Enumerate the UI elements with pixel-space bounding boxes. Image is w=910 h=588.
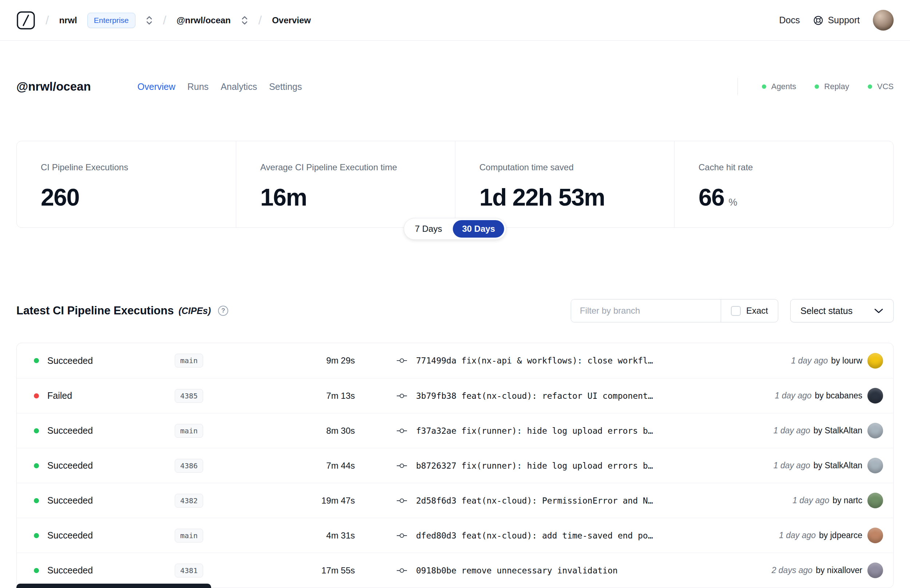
workspace-switcher[interactable]	[145, 15, 153, 26]
slash-separator: /	[259, 13, 262, 27]
status-dot-icon	[34, 568, 39, 573]
timestamp: 1 day ago	[779, 530, 816, 540]
stat-cache-hit-rate: Cache hit rate 66 %	[674, 141, 893, 228]
status-dot-icon	[34, 428, 39, 433]
status-label: Succeeded	[47, 495, 93, 506]
commit-message: 771499da fix(nx-api & workflows): close …	[416, 356, 653, 365]
table-row[interactable]: Succeeded 4382 19m 47s 2d58f6d3 feat(nx-…	[17, 483, 893, 518]
author-label: by bcabanes	[815, 391, 862, 401]
branch-badge[interactable]: main	[175, 529, 203, 543]
author-avatar	[867, 423, 883, 438]
branch-badge[interactable]: 4381	[175, 564, 203, 577]
commit-cell: b8726327 fix(runner): hide log upload er…	[396, 461, 766, 470]
duration-label: 17m 55s	[269, 565, 355, 576]
timestamp: 1 day ago	[775, 391, 812, 401]
commit-message: 2d58f6d3 feat(nx-cloud): PermissionError…	[416, 496, 653, 506]
docs-link[interactable]: Docs	[779, 15, 800, 26]
branch-filter-input[interactable]	[571, 299, 721, 322]
cipes-controls: Exact Select status	[571, 299, 894, 322]
status-replay[interactable]: Replay	[815, 82, 849, 91]
timestamp: 1 day ago	[792, 496, 829, 506]
service-status-group: Agents Replay VCS	[737, 78, 894, 95]
exact-checkbox[interactable]	[731, 306, 741, 316]
date-range-toggle: 7 Days 30 Days	[404, 218, 506, 240]
stat-label: CI Pipeline Executions	[41, 162, 212, 173]
branch-cell: main	[175, 354, 269, 367]
commit-message: 0918b0be remove unnecessary invalidation	[416, 566, 618, 575]
table-row[interactable]: Succeeded main 9m 29s 771499da fix(nx-ap…	[17, 343, 893, 378]
status-cell: Succeeded	[34, 565, 175, 576]
status-dot-icon	[868, 84, 872, 89]
status-vcs[interactable]: VCS	[868, 82, 894, 91]
table-row[interactable]: Succeeded 4381 17m 55s 0918b0be remove u…	[17, 553, 893, 588]
table-row[interactable]: Succeeded main 4m 31s dfed80d3 feat(nx-c…	[17, 518, 893, 553]
tab-overview[interactable]: Overview	[137, 81, 175, 92]
app-logo[interactable]	[16, 10, 35, 31]
row-meta: 1 day ago by nartc	[792, 493, 883, 508]
workspace-name[interactable]: nrwl	[59, 15, 77, 26]
exact-label: Exact	[746, 305, 768, 316]
status-label: Agents	[771, 82, 797, 91]
page-header: @nrwl/ocean Overview Runs Analytics Sett…	[0, 77, 910, 96]
plan-badge[interactable]: Enterprise	[87, 13, 136, 28]
git-commit-icon	[396, 357, 407, 364]
stat-computation-time-saved: Computation time saved 1d 22h 53m	[455, 141, 674, 228]
git-commit-icon	[396, 392, 407, 399]
row-meta: 2 days ago by nixallover	[772, 562, 883, 578]
author-label: by jdpearce	[819, 530, 862, 540]
stat-label: Cache hit rate	[698, 162, 869, 173]
project-switcher[interactable]	[241, 15, 248, 26]
cipes-header: Latest CI Pipeline Executions (CIPEs) ? …	[0, 299, 910, 322]
tab-analytics[interactable]: Analytics	[221, 81, 257, 92]
help-icon[interactable]: ?	[218, 305, 228, 316]
stat-value: 1d 22h 53m	[479, 183, 605, 211]
tab-runs[interactable]: Runs	[187, 81, 209, 92]
range-30-days-button[interactable]: 30 Days	[453, 220, 504, 237]
status-label: Succeeded	[47, 530, 93, 541]
navbar-actions: Docs Support	[779, 10, 894, 31]
chevron-down-icon	[874, 308, 883, 313]
top-navbar: / nrwl Enterprise / @nrwl/ocean / Overvi…	[0, 0, 910, 41]
status-agents[interactable]: Agents	[762, 82, 797, 91]
git-commit-icon	[396, 462, 407, 469]
support-link[interactable]: Support	[813, 15, 860, 26]
stats-cards: CI Pipeline Executions 260 Average CI Pi…	[16, 141, 894, 228]
status-dot-icon	[34, 358, 39, 363]
status-label: Succeeded	[47, 425, 93, 436]
cipe-table: Succeeded main 9m 29s 771499da fix(nx-ap…	[16, 343, 894, 588]
range-7-days-button[interactable]: 7 Days	[406, 220, 451, 237]
exact-match-cell: Exact	[721, 299, 778, 322]
branch-badge[interactable]: main	[175, 424, 203, 438]
branch-cell: 4385	[175, 389, 269, 403]
git-commit-icon	[396, 532, 407, 539]
status-cell: Succeeded	[34, 460, 175, 471]
tab-bar: Overview Runs Analytics Settings	[137, 81, 302, 92]
row-meta: 1 day ago by bcabanes	[775, 388, 883, 404]
branch-badge[interactable]: main	[175, 354, 203, 367]
status-cell: Succeeded	[34, 425, 175, 436]
page-title: @nrwl/ocean	[16, 80, 91, 94]
tab-settings[interactable]: Settings	[269, 81, 302, 92]
stat-value: 260	[41, 183, 79, 211]
project-name[interactable]: @nrwl/ocean	[176, 15, 231, 26]
status-cell: Succeeded	[34, 355, 175, 366]
author-avatar	[867, 493, 883, 508]
table-row[interactable]: Failed 4385 7m 13s 3b79fb38 feat(nx-clou…	[17, 378, 893, 413]
table-row[interactable]: Succeeded main 8m 30s f37a32ae fix(runne…	[17, 413, 893, 448]
timestamp: 2 days ago	[772, 565, 813, 575]
table-row[interactable]: Succeeded 4386 7m 44s b8726327 fix(runne…	[17, 448, 893, 483]
branch-badge[interactable]: 4386	[175, 459, 203, 473]
duration-label: 7m 13s	[269, 391, 355, 401]
user-avatar[interactable]	[873, 10, 894, 31]
partial-bottom-overlay	[16, 584, 211, 588]
author-label: by StalkAltan	[813, 460, 862, 470]
author-label: by lourw	[831, 356, 862, 366]
stat-value: 66	[698, 183, 724, 211]
breadcrumb: / nrwl Enterprise / @nrwl/ocean / Overvi…	[16, 10, 311, 31]
stat-label: Average CI Pipeline Execution time	[260, 162, 431, 173]
stat-average-execution-time: Average CI Pipeline Execution time 16m	[236, 141, 455, 228]
branch-badge[interactable]: 4385	[175, 389, 203, 403]
cipes-title-suffix: (CIPEs)	[178, 305, 211, 316]
branch-badge[interactable]: 4382	[175, 494, 203, 507]
status-select[interactable]: Select status	[790, 299, 894, 322]
